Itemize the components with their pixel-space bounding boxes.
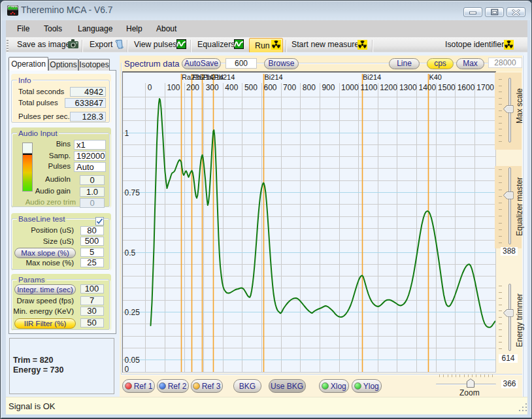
svg-text:1: 1 <box>125 129 129 138</box>
svg-text:1400: 1400 <box>419 83 437 92</box>
svg-text:500: 500 <box>244 83 258 92</box>
svg-text:1600: 1600 <box>457 83 475 92</box>
svg-text:Bi214: Bi214 <box>265 73 283 81</box>
svg-text:K40: K40 <box>429 73 442 81</box>
svg-text:0.25: 0.25 <box>125 308 141 317</box>
svg-text:1500: 1500 <box>438 83 456 92</box>
svg-text:Bi214: Bi214 <box>363 73 381 81</box>
svg-text:1100: 1100 <box>361 83 378 92</box>
svg-text:300: 300 <box>206 83 219 92</box>
svg-text:900: 900 <box>322 83 335 92</box>
svg-text:1000: 1000 <box>341 83 359 92</box>
svg-text:0.5: 0.5 <box>125 248 136 258</box>
svg-text:0: 0 <box>148 83 152 92</box>
svg-text:1200: 1200 <box>380 83 397 92</box>
svg-text:0.75: 0.75 <box>125 188 141 197</box>
svg-text:1700: 1700 <box>476 83 494 92</box>
svg-text:1300: 1300 <box>399 83 417 92</box>
svg-text:600: 600 <box>264 83 277 92</box>
svg-text:0: 0 <box>125 365 129 374</box>
svg-text:800: 800 <box>303 83 316 92</box>
svg-text:Pb214: Pb214 <box>214 73 235 81</box>
svg-text:0.05: 0.05 <box>125 356 141 365</box>
svg-text:200: 200 <box>186 83 199 92</box>
svg-text:100: 100 <box>167 83 180 92</box>
svg-text:700: 700 <box>283 83 296 92</box>
svg-text:400: 400 <box>225 83 238 92</box>
